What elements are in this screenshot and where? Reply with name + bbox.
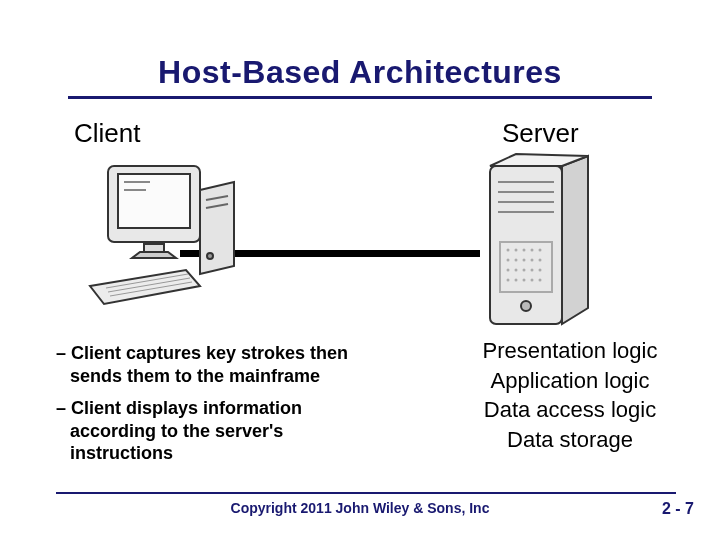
svg-point-35: [523, 279, 526, 282]
svg-point-27: [539, 259, 542, 262]
svg-point-7: [207, 253, 213, 259]
svg-point-18: [507, 249, 510, 252]
svg-point-26: [531, 259, 534, 262]
bullet-item: – Client displays information according …: [56, 397, 376, 465]
architecture-diagram: [0, 150, 720, 330]
server-label: Server: [502, 118, 579, 149]
svg-point-19: [515, 249, 518, 252]
footer-rule: [56, 492, 676, 494]
svg-point-32: [539, 269, 542, 272]
svg-point-17: [521, 301, 531, 311]
server-layer: Data access logic: [440, 395, 700, 425]
title-rule: [68, 96, 652, 99]
server-tower-icon: [476, 150, 606, 340]
svg-point-30: [523, 269, 526, 272]
svg-point-20: [523, 249, 526, 252]
page-number: 2 - 7: [662, 500, 694, 518]
svg-point-36: [531, 279, 534, 282]
svg-rect-2: [144, 244, 164, 252]
svg-point-31: [531, 269, 534, 272]
server-layers-list: Presentation logic Application logic Dat…: [440, 336, 700, 455]
copyright-text: Copyright 2011 John Wiley & Sons, Inc: [0, 500, 720, 516]
svg-point-29: [515, 269, 518, 272]
server-layer: Application logic: [440, 366, 700, 396]
slide: Host-Based Architectures Client Server: [0, 0, 720, 540]
svg-point-37: [539, 279, 542, 282]
svg-point-28: [507, 269, 510, 272]
svg-point-23: [507, 259, 510, 262]
svg-point-21: [531, 249, 534, 252]
svg-point-22: [539, 249, 542, 252]
svg-point-24: [515, 259, 518, 262]
bullet-item: – Client captures key strokes then sends…: [56, 342, 376, 387]
client-label: Client: [74, 118, 140, 149]
svg-point-25: [523, 259, 526, 262]
server-layer: Presentation logic: [440, 336, 700, 366]
svg-point-33: [507, 279, 510, 282]
client-behavior-list: – Client captures key strokes then sends…: [56, 342, 376, 475]
svg-point-34: [515, 279, 518, 282]
client-computer-icon: [88, 160, 258, 330]
page-title: Host-Based Architectures: [0, 54, 720, 91]
server-layer: Data storage: [440, 425, 700, 455]
